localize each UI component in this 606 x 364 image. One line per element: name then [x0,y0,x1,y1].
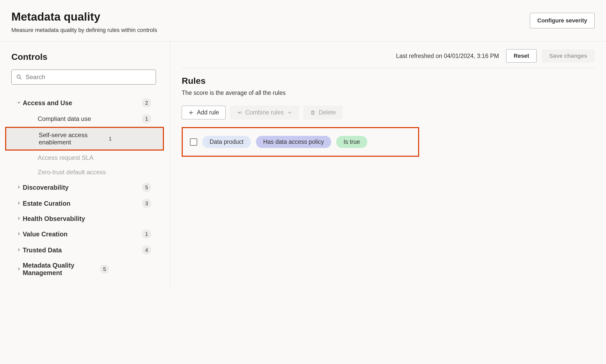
combine-rules-button[interactable]: Combine rules [230,106,299,119]
count-badge: 3 [142,199,151,208]
chevron-right-icon [15,247,23,253]
main-panel: Last refreshed on 04/01/2024, 3:16 PM Re… [170,42,606,291]
chevron-right-icon [15,267,23,272]
page-subtitle: Measure metadata quality by defining rul… [11,27,157,34]
control-group-label: Access and Use [23,99,142,107]
chevron-right-icon [15,216,23,221]
chevron-right-icon [15,231,23,237]
count-badge: 1 [142,230,151,238]
last-refreshed-text: Last refreshed on 04/01/2024, 3:16 PM [396,53,499,60]
search-icon [16,74,22,80]
control-group-discoverability[interactable]: Discoverability 5 [11,179,159,195]
chevron-down-icon [15,100,23,106]
control-group-trusted-data[interactable]: Trusted Data 4 [11,242,159,258]
search-input[interactable] [26,73,151,81]
chevron-down-icon [287,110,292,115]
reset-button[interactable]: Reset [506,49,537,63]
configure-severity-button[interactable]: Configure severity [530,13,595,28]
count-badge: 5 [100,265,109,274]
count-badge: 4 [142,246,151,254]
rules-subtitle: The score is the average of all the rule… [182,89,595,96]
control-item-zero-trust-default-access[interactable]: Zero-trust default access [11,165,159,179]
page-header: Metadata quality Measure metadata qualit… [0,0,606,42]
control-item-self-serve-access-enablement[interactable]: Self-serve access enablement 1 [6,128,163,150]
controls-heading: Controls [11,52,159,62]
control-group-access-and-use[interactable]: Access and Use 2 [11,95,159,111]
plus-icon [188,110,194,115]
action-bar: Last refreshed on 04/01/2024, 3:16 PM Re… [182,49,595,68]
control-group-estate-curation[interactable]: Estate Curation 3 [11,195,159,211]
controls-sidebar: Controls Access and Use 2 Compliant data… [0,42,170,291]
rule-value-pill[interactable]: Is true [336,136,367,148]
chevron-right-icon [15,201,23,206]
page-title: Metadata quality [11,10,157,23]
search-input-wrapper[interactable] [11,70,156,85]
count-badge: 1 [106,134,115,143]
control-group-value-creation[interactable]: Value Creation 1 [11,226,159,242]
chevron-right-icon [15,185,23,190]
count-badge: 5 [142,183,151,192]
control-group-health-observability[interactable]: Health Observability [11,211,159,226]
rule-subject-pill[interactable]: Data product [202,136,251,148]
count-badge: 2 [142,98,151,107]
trash-icon [310,110,316,115]
save-changes-button[interactable]: Save changes [542,49,595,63]
svg-point-0 [17,75,20,78]
rule-predicate-pill[interactable]: Has data access policy [256,136,331,148]
control-item-access-request-sla[interactable]: Access request SLA [11,151,159,165]
count-badge: 1 [142,114,151,123]
svg-line-1 [20,78,21,79]
delete-button[interactable]: Delete [304,106,342,119]
rules-toolbar: Add rule Combine rules Delete [182,106,595,119]
rule-checkbox[interactable] [190,138,197,146]
control-item-compliant-data-use[interactable]: Compliant data use 1 [11,111,159,127]
rule-row-highlight: Data product Has data access policy Is t… [182,127,419,157]
control-group-metadata-quality-management[interactable]: Metadata Quality Management 5 [11,258,159,280]
merge-icon [237,110,242,115]
rule-row[interactable]: Data product Has data access policy Is t… [183,128,418,156]
rules-heading: Rules [182,76,595,86]
add-rule-button[interactable]: Add rule [182,106,226,119]
